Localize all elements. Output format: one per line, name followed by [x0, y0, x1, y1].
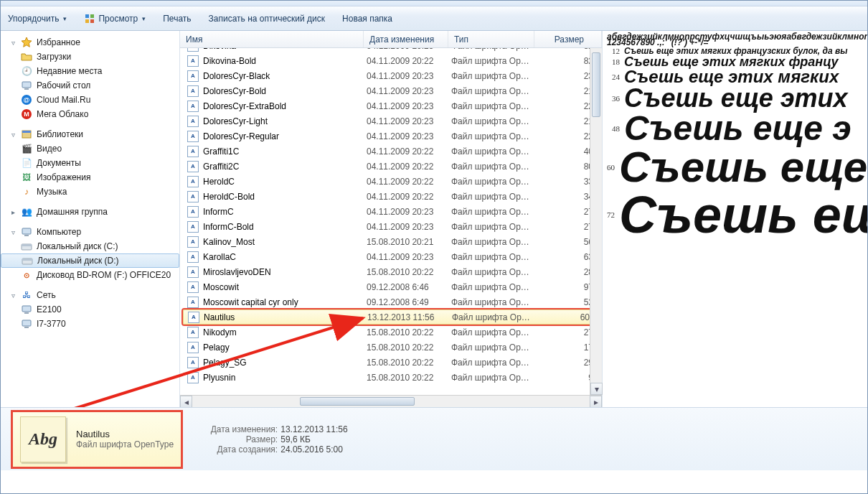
- col-size[interactable]: Размер: [534, 31, 602, 47]
- file-row[interactable]: AMoscowit capital cyr only09.12.2008 6:4…: [180, 294, 602, 309]
- col-name[interactable]: Имя: [180, 31, 364, 47]
- file-row[interactable]: ANikodym15.08.2010 20:22Файл шрифта Op…2…: [180, 325, 602, 340]
- details-meta: Дата изменения:13.12.2013 11:56Размер:59…: [200, 424, 347, 455]
- expand-icon[interactable]: ▿: [9, 228, 16, 236]
- vertical-scrollbar[interactable]: ▾: [590, 48, 602, 395]
- expand-icon[interactable]: ▿: [9, 292, 16, 299]
- file-row[interactable]: AGraffiti2C04.11.2009 20:22Файл шрифта O…: [180, 159, 602, 174]
- nav-lib-item[interactable]: ♪Музыка: [1, 185, 179, 199]
- nav-network[interactable]: ▿🖧Сеть: [1, 288, 179, 302]
- font-file-icon: A: [187, 266, 199, 278]
- file-type: Файл шрифта Op…: [451, 282, 537, 292]
- file-row[interactable]: AMiroslavljevoDEN15.08.2010 20:22Файл шр…: [180, 264, 602, 279]
- nav-lib-item[interactable]: 🎬Видео: [1, 141, 179, 156]
- horizontal-scrollbar[interactable]: ◂ ▸: [180, 395, 602, 407]
- file-row[interactable]: AInformC04.11.2009 20:23Файл шрифта Op…2…: [180, 204, 602, 219]
- file-type: Файл шрифта Op…: [451, 71, 537, 81]
- nav-favorites[interactable]: ▿Избранное: [1, 35, 179, 50]
- nav-drive[interactable]: Локальный диск (C:): [1, 239, 179, 253]
- file-list[interactable]: Имя Дата изменения Тип Размер ADikovina0…: [180, 31, 602, 407]
- preview-size-label: 12: [607, 47, 620, 55]
- nav-label: Документы: [37, 158, 81, 168]
- file-date: 04.11.2009 20:23: [367, 252, 451, 262]
- file-name: DoloresCyr-ExtraBold: [203, 101, 367, 111]
- file-type: Файл шрифта Op…: [451, 131, 537, 141]
- file-row[interactable]: AKarollaC04.11.2009 20:23Файл шрифта Op……: [180, 249, 602, 264]
- expand-icon[interactable]: ▿: [9, 39, 16, 47]
- nav-fav-item[interactable]: MМега Облако: [1, 107, 179, 121]
- view-menu[interactable]: Просмотр▾: [84, 13, 146, 24]
- scroll-left-icon[interactable]: ◂: [180, 396, 192, 408]
- nav-lib-item[interactable]: 📄Документы: [1, 156, 179, 170]
- print-button[interactable]: Печать: [163, 14, 191, 24]
- nav-drive[interactable]: ⊙Дисковод BD-ROM (F:) OFFICE20: [1, 268, 179, 282]
- file-name: Kalinov_Most: [203, 237, 367, 247]
- file-row[interactable]: ADoloresCyr-Light04.11.2009 20:23Файл шр…: [180, 113, 602, 129]
- file-name: Nautilus: [204, 312, 367, 322]
- file-type: Файл шрифта Op…: [451, 162, 537, 172]
- file-type: Файл шрифта Op…: [452, 312, 538, 322]
- scrollbar-thumb[interactable]: [300, 397, 415, 406]
- nav-computer[interactable]: ▿Компьютер: [1, 225, 179, 239]
- organize-label: Упорядочить: [8, 14, 59, 24]
- nav-net-node[interactable]: E2100: [1, 302, 179, 317]
- nav-libraries[interactable]: ▿Библиотеки: [1, 127, 179, 141]
- font-file-icon: A: [187, 281, 199, 293]
- nav-label: Загрузки: [37, 52, 71, 62]
- col-date[interactable]: Дата изменения: [364, 31, 448, 47]
- libraries-icon: [21, 129, 32, 140]
- preview-sample-line: 72Съешь ещ: [607, 189, 867, 241]
- nav-fav-item[interactable]: Загрузки: [1, 50, 179, 64]
- file-row[interactable]: AKalinov_Most15.08.2010 20:21Файл шрифта…: [180, 234, 602, 249]
- file-row[interactable]: AGraffiti1C04.11.2009 20:22Файл шрифта O…: [180, 144, 602, 159]
- nav-label: Cloud Mail.Ru: [37, 95, 90, 105]
- file-date: 13.12.2013 11:56: [367, 312, 452, 322]
- file-row[interactable]: APelagy15.08.2010 20:22Файл шрифта Op…17: [180, 340, 602, 355]
- nav-lib-item[interactable]: 🖼Изображения: [1, 170, 179, 185]
- burn-button[interactable]: Записать на оптический диск: [209, 14, 326, 24]
- scroll-down-icon[interactable]: ▾: [590, 383, 603, 395]
- nav-label: Видео: [37, 144, 62, 154]
- file-row[interactable]: ADikovina-Bold04.11.2009 20:22Файл шрифт…: [180, 53, 602, 68]
- file-date: 04.11.2009 20:22: [367, 146, 451, 157]
- nav-fav-item[interactable]: Рабочий стол: [1, 78, 179, 93]
- scrollbar-thumb[interactable]: [592, 52, 600, 117]
- nav-net-node[interactable]: I7-3770: [1, 317, 179, 331]
- nav-fav-item[interactable]: 🕘Недавние места: [1, 64, 179, 78]
- file-row[interactable]: ANautilus13.12.2013 11:56Файл шрифта Op……: [183, 309, 599, 325]
- col-type[interactable]: Тип: [448, 31, 534, 47]
- font-file-icon: A: [187, 85, 199, 97]
- navigation-pane[interactable]: ▿ИзбранноеЗагрузки🕘Недавние местаРабочий…: [1, 31, 180, 407]
- expand-icon[interactable]: ▸: [9, 208, 16, 216]
- file-row[interactable]: ADoloresCyr-Bold04.11.2009 20:23Файл шри…: [180, 83, 602, 98]
- file-type: Файл шрифта Op…: [451, 237, 537, 247]
- file-row[interactable]: ADikovina04.11.2009 20:23Файл шрифта Op……: [180, 48, 602, 53]
- file-row[interactable]: ADoloresCyr-Black04.11.2009 20:23Файл шр…: [180, 68, 602, 83]
- file-row[interactable]: AHeroldC-Bold04.11.2009 20:22Файл шрифта…: [180, 189, 602, 204]
- view-label: Просмотр: [98, 14, 138, 24]
- newfolder-button[interactable]: Новая папка: [342, 14, 392, 24]
- file-row[interactable]: AInformC-Bold04.11.2009 20:23Файл шрифта…: [180, 219, 602, 234]
- file-row[interactable]: APelagy_SG15.08.2010 20:22Файл шрифта Op…: [180, 355, 602, 370]
- file-name: Nikodym: [203, 327, 367, 337]
- organize-menu[interactable]: Упорядочить▾: [8, 14, 67, 24]
- file-row[interactable]: ADoloresCyr-ExtraBold04.11.2009 20:23Фай…: [180, 98, 602, 113]
- file-date: 15.08.2010 20:22: [367, 327, 451, 337]
- expand-icon[interactable]: ▿: [9, 131, 16, 139]
- file-type: Файл шрифта Op…: [451, 222, 537, 232]
- font-file-icon: A: [187, 70, 199, 82]
- nav-homegroup[interactable]: ▸👥Домашняя группа: [1, 205, 179, 219]
- file-row[interactable]: APlyusnin15.08.2010 20:22Файл шрифта Op……: [180, 370, 602, 385]
- file-row[interactable]: AMoscowit09.12.2008 6:46Файл шрифта Op…9…: [180, 279, 602, 294]
- nav-drive[interactable]: Локальный диск (D:): [1, 253, 179, 268]
- disk-icon: [22, 255, 33, 266]
- file-row[interactable]: ADoloresCyr-Regular04.11.2009 20:23Файл …: [180, 129, 602, 144]
- nav-label: Домашняя группа: [37, 207, 108, 217]
- file-row[interactable]: AHeroldC04.11.2009 20:22Файл шрифта Op…3…: [180, 174, 602, 189]
- scroll-right-icon[interactable]: ▸: [590, 396, 602, 408]
- file-type: Файл шрифта Op…: [451, 192, 537, 202]
- nav-fav-item[interactable]: @Cloud Mail.Ru: [1, 93, 179, 107]
- computer-icon: [21, 226, 32, 238]
- file-name: Graffiti2C: [203, 162, 367, 172]
- font-thumb-icon: Abg: [20, 416, 66, 462]
